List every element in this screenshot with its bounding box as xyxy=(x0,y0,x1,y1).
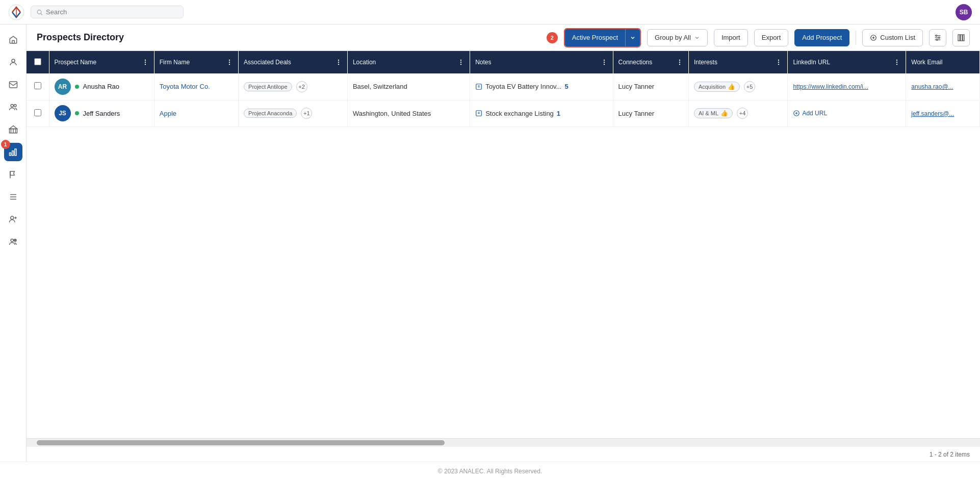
active-prospect-group[interactable]: Active Prospect xyxy=(564,28,641,47)
svg-line-3 xyxy=(41,13,42,15)
footer: © 2023 ANALEC. All Rights Reserved. xyxy=(0,462,980,480)
sidebar-item-flag[interactable] xyxy=(4,165,22,184)
email-link[interactable]: jeff.sanders@... xyxy=(911,110,954,117)
note-icon xyxy=(475,110,482,117)
sidebar-item-bank[interactable] xyxy=(4,120,22,139)
export-button[interactable]: Export xyxy=(754,29,789,46)
import-button[interactable]: Import xyxy=(714,29,748,46)
linkedin-link[interactable]: https://www.linkedin.com/i... xyxy=(793,83,868,90)
sidebar-item-list[interactable] xyxy=(4,188,22,206)
svg-point-56 xyxy=(679,64,680,65)
row-checkbox-cell[interactable] xyxy=(27,100,49,127)
column-menu-icon[interactable] xyxy=(601,59,608,66)
active-prospect-button[interactable]: Active Prospect xyxy=(565,29,625,46)
svg-point-61 xyxy=(896,62,897,63)
svg-rect-14 xyxy=(12,151,13,156)
sidebar-item-user-group[interactable] xyxy=(4,233,22,251)
sidebar-item-contacts[interactable] xyxy=(4,53,22,71)
svg-point-57 xyxy=(778,60,779,61)
deal-chip[interactable]: Project Antilope xyxy=(244,82,292,91)
list-icon xyxy=(9,192,18,201)
header-linkedin: LinkedIn URL xyxy=(788,51,906,73)
search-input[interactable] xyxy=(46,8,178,16)
prospect-name-cell: JS Jeff Sanders xyxy=(49,100,154,127)
svg-point-5 xyxy=(12,59,15,62)
avatar[interactable]: SB xyxy=(956,4,972,20)
header-connections: Connections xyxy=(613,51,688,73)
column-menu-icon[interactable] xyxy=(676,59,683,66)
select-all-checkbox[interactable] xyxy=(34,58,41,65)
plus-circle-icon xyxy=(870,34,877,41)
deals-extra[interactable]: +1 xyxy=(301,108,312,119)
interest-chip: Acquisition 👍 xyxy=(694,82,740,92)
search-box[interactable] xyxy=(31,6,184,18)
firm-name-cell: Toyota Motor Co. xyxy=(154,73,238,100)
row-checkbox[interactable] xyxy=(34,82,41,89)
firm-link[interactable]: Apple xyxy=(160,110,176,117)
svg-point-40 xyxy=(145,62,146,63)
scroll-thumb[interactable] xyxy=(37,440,445,445)
sidebar: 1 xyxy=(0,24,27,462)
user-menu[interactable]: SB xyxy=(956,4,972,20)
avatar: AR xyxy=(55,79,71,95)
svg-point-20 xyxy=(10,216,13,219)
add-prospect-button[interactable]: Add Prospect xyxy=(794,29,849,46)
firm-link[interactable]: Toyota Motor Co. xyxy=(160,83,210,90)
interest-extra[interactable]: +5 xyxy=(744,81,755,92)
sidebar-item-people[interactable] xyxy=(4,98,22,116)
group-by-button[interactable]: Group by All xyxy=(647,29,708,46)
custom-list-button[interactable]: Custom List xyxy=(862,29,923,46)
svg-point-60 xyxy=(896,60,897,61)
page-header: Prospects Directory 2 Active Prospect Gr… xyxy=(27,24,980,51)
svg-point-42 xyxy=(229,60,230,61)
location-cell: Washington, United States xyxy=(347,100,470,127)
column-menu-icon[interactable] xyxy=(226,59,233,66)
horizontal-scrollbar[interactable] xyxy=(27,438,980,446)
svg-point-41 xyxy=(145,64,146,65)
column-menu-icon[interactable] xyxy=(893,59,900,66)
svg-point-45 xyxy=(338,60,339,61)
email-cell: jeff.sanders@... xyxy=(906,100,980,127)
deals-extra[interactable]: +2 xyxy=(296,81,307,92)
prospect-name[interactable]: Anusha Rao xyxy=(83,83,120,90)
interest-chip: AI & ML 👍 xyxy=(694,108,733,118)
row-checkbox[interactable] xyxy=(34,109,41,116)
sidebar-item-user-plus[interactable] xyxy=(4,210,22,229)
thumb-icon: 👍 xyxy=(728,83,735,90)
sidebar-badge-1: 1 xyxy=(1,140,10,149)
email-link[interactable]: anusha.rao@... xyxy=(911,83,953,90)
row-checkbox-cell[interactable] xyxy=(27,73,49,100)
filter-button[interactable] xyxy=(929,29,946,46)
columns-icon xyxy=(957,34,965,42)
prospects-table: Prospect Name Firm Name xyxy=(27,51,980,127)
column-menu-icon[interactable] xyxy=(142,59,149,66)
column-menu-icon[interactable] xyxy=(775,59,782,66)
active-prospect-dropdown[interactable] xyxy=(625,29,640,46)
svg-point-51 xyxy=(603,60,604,61)
svg-point-55 xyxy=(679,62,680,63)
linkedin-cell: https://www.linkedin.com/i... xyxy=(788,73,906,100)
email-cell: anusha.rao@... xyxy=(906,73,980,100)
svg-rect-37 xyxy=(961,35,962,41)
prospect-name[interactable]: Jeff Sanders xyxy=(83,110,120,117)
person-icon xyxy=(9,58,18,67)
add-url-button[interactable]: Add URL xyxy=(793,110,900,117)
sidebar-item-home[interactable] xyxy=(4,31,22,49)
header-checkbox-cell[interactable] xyxy=(27,51,49,73)
svg-point-7 xyxy=(11,104,13,107)
deal-chip[interactable]: Project Anaconda xyxy=(244,109,297,118)
svg-point-48 xyxy=(460,60,461,61)
columns-button[interactable] xyxy=(952,29,970,46)
column-menu-icon[interactable] xyxy=(457,59,465,66)
sidebar-item-mail[interactable] xyxy=(4,75,22,94)
avatar: JS xyxy=(55,105,71,121)
deals-cell: Project Antilope +2 xyxy=(239,73,348,100)
interest-extra[interactable]: +4 xyxy=(737,108,748,119)
flag-icon xyxy=(9,170,18,179)
column-menu-icon[interactable] xyxy=(335,59,342,66)
divider xyxy=(856,31,856,45)
sidebar-item-prospects[interactable]: 1 xyxy=(4,143,22,161)
note-count: 1 xyxy=(557,110,560,117)
chart-icon xyxy=(9,147,18,157)
bank-icon xyxy=(9,125,18,134)
